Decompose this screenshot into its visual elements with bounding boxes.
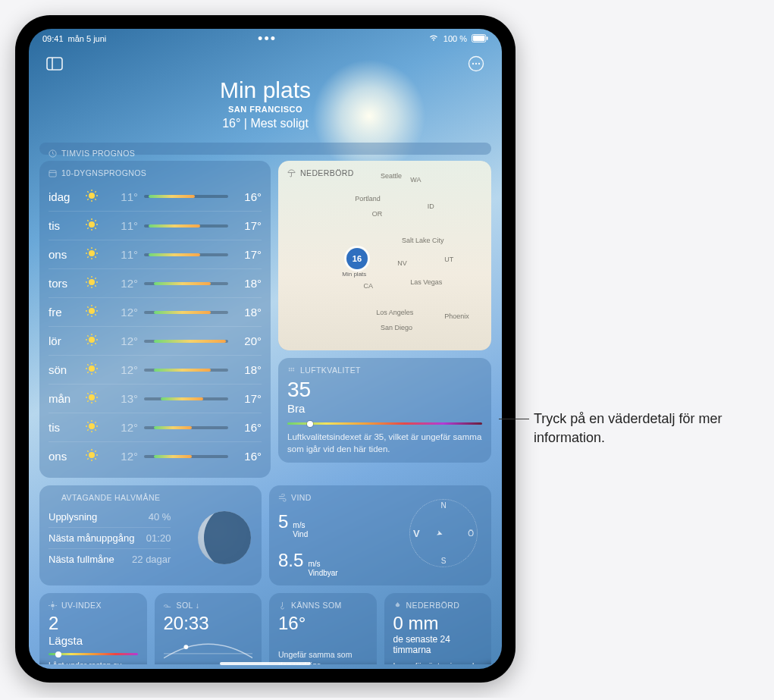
sunny-icon [85, 304, 105, 320]
wind-title: VIND [291, 493, 312, 502]
svg-line-38 [95, 249, 96, 250]
temp-range-bar [144, 397, 228, 400]
forecast-row[interactable]: ons 12° 16° [49, 441, 262, 470]
svg-point-8 [478, 63, 480, 64]
svg-point-84 [89, 423, 95, 429]
map-pin-label: Min plats [342, 271, 366, 278]
map-view[interactable]: 16 Min plats SeattleWAPortlandORIDSalt L… [278, 161, 491, 350]
map-city-label: Salt Lake City [402, 237, 444, 244]
temp-range-bar [144, 224, 228, 228]
svg-line-18 [95, 199, 96, 199]
forecast-low: 12° [111, 277, 138, 290]
forecast-low: 12° [111, 421, 138, 434]
home-indicator[interactable] [220, 662, 311, 665]
forecast-row[interactable]: lör 12° 20° [49, 326, 262, 355]
moon-info-row: Nästa månuppgång01:20 [49, 527, 171, 548]
feels-like-card[interactable]: KÄNNS SOM 16° Ungefär samma som den verk… [269, 593, 377, 664]
forecast-low: 11° [111, 190, 138, 203]
forecast-row[interactable]: ons 11° 17° [49, 240, 262, 268]
map-city-label: WA [410, 176, 421, 184]
svg-point-48 [89, 308, 95, 314]
svg-line-89 [87, 422, 88, 422]
forecast-low: 11° [111, 219, 138, 232]
svg-point-6 [472, 63, 474, 64]
aq-label: Bra [287, 402, 482, 415]
svg-line-35 [87, 249, 88, 250]
sunset-card[interactable]: SOL ↓ 20:33 Sol ↑: 05:57 [155, 593, 262, 664]
air-quality-card[interactable]: LUFTKVALITET 35 Bra Luftkvalitetsindexet… [278, 358, 491, 463]
map-city-label: Phoenix [444, 312, 469, 320]
forecast-day: tis [49, 219, 79, 232]
moon-phase-card[interactable]: AVTAGANDE HALVMÅNE Upplysning40 %Nästa m… [39, 485, 262, 585]
forecast-high: 17° [234, 248, 262, 261]
forecast-row[interactable]: tors 12° 18° [49, 268, 262, 297]
sunset-time: 20:33 [164, 614, 253, 633]
forecast-row[interactable]: fre 12° 18° [49, 297, 262, 326]
forecast-day: ons [49, 450, 79, 463]
ten-day-forecast-card[interactable]: 10-DYGNSPROGNOS idag 11° 16° tis 11° 17°… [39, 161, 271, 478]
svg-line-46 [87, 285, 88, 286]
umbrella-icon [287, 169, 296, 177]
svg-line-99 [95, 458, 96, 459]
svg-line-63 [95, 343, 96, 344]
svg-line-91 [87, 429, 88, 430]
svg-point-103 [291, 367, 293, 369]
forecast-day: ons [49, 248, 79, 261]
forecast-row[interactable]: tis 12° 16° [49, 413, 262, 441]
sidebar-toggle-icon[interactable] [44, 53, 65, 74]
svg-point-39 [89, 279, 95, 285]
sunny-icon [85, 218, 105, 234]
forecast-row[interactable]: tis 11° 17° [49, 211, 262, 240]
uv-index-card[interactable]: UV-INDEX 2 Lägsta Lågt under resten av d… [39, 593, 147, 664]
precipitation-map-card[interactable]: NEDERBÖRD 16 Min plats SeattleWAPortland… [278, 161, 491, 350]
svg-line-71 [87, 364, 88, 365]
hourly-forecast-card[interactable]: TIMVIS PROGNOS [39, 143, 491, 155]
sunny-icon [85, 189, 105, 205]
svg-line-64 [87, 343, 88, 344]
sunny-icon [85, 362, 105, 378]
forecast-day: fre [49, 306, 79, 319]
svg-line-29 [95, 220, 96, 221]
uv-scale-bar [49, 653, 138, 655]
moon-info-row: Nästa fullmåne22 dagar [49, 548, 171, 570]
svg-line-54 [95, 314, 96, 315]
map-city-label: Las Vegas [410, 278, 442, 286]
temp-range-bar [144, 369, 228, 372]
map-location-pin[interactable]: 16 [346, 248, 368, 269]
svg-point-104 [293, 367, 294, 369]
compass-graphic: N S Ö V ➤ [409, 499, 478, 567]
forecast-high: 16° [234, 450, 262, 463]
forecast-row[interactable]: sön 12° 18° [49, 355, 262, 384]
moon-graphic [198, 511, 251, 564]
svg-line-47 [95, 278, 96, 278]
svg-point-21 [89, 221, 95, 228]
forecast-row[interactable]: idag 11° 16° [49, 182, 262, 211]
aq-title: LUFTKVALITET [300, 366, 361, 375]
battery-icon [472, 34, 488, 44]
status-date: mån 5 juni [68, 34, 107, 43]
svg-rect-2 [487, 36, 488, 40]
sunny-icon [85, 419, 105, 435]
forecast-row[interactable]: mån 13° 17° [49, 384, 262, 413]
map-title: NEDERBÖRD [300, 168, 354, 177]
svg-rect-10 [49, 170, 56, 176]
location-title: Min plats [29, 77, 502, 103]
precipitation-card[interactable]: NEDERBÖRD 0 mm de senaste 24 timmarna In… [384, 593, 492, 664]
svg-point-102 [289, 367, 290, 369]
forecast-high: 18° [234, 306, 262, 319]
status-time: 09:41 [42, 34, 64, 43]
moon-title: AVTAGANDE HALVMÅNE [61, 493, 160, 502]
temp-range-bar [144, 340, 228, 343]
wind-card[interactable]: VIND 5 m/sVind 8.5 m/sVindbyar N [269, 485, 491, 585]
map-city-label: ID [428, 202, 434, 210]
svg-line-28 [87, 228, 88, 228]
svg-line-62 [87, 335, 88, 336]
sunny-icon [85, 391, 105, 407]
hourly-title: TIMVIS PROGNOS [61, 149, 135, 158]
wind-arrow-icon: ➤ [436, 529, 444, 538]
aq-value: 35 [287, 379, 482, 400]
svg-point-108 [51, 604, 55, 607]
more-options-icon[interactable] [465, 53, 487, 74]
map-city-label: Los Angeles [376, 309, 413, 316]
svg-line-98 [87, 450, 88, 451]
